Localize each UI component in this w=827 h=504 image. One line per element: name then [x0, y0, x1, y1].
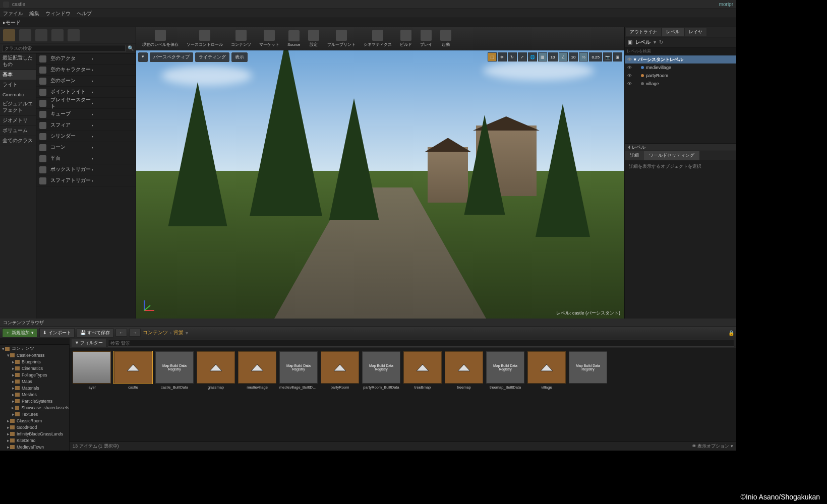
tree-folder-row[interactable]: ▸Blueprints — [0, 359, 69, 365]
toolbar-button[interactable]: ビルド — [397, 29, 415, 48]
tree-folder-row[interactable]: ▸Maps — [0, 379, 69, 385]
toolbar-button[interactable]: マーケット — [256, 29, 282, 48]
tab-details[interactable]: 詳細 — [625, 151, 644, 160]
tree-folder-row[interactable]: ▸Textures — [0, 411, 69, 418]
snap-grid-icon[interactable]: ▦ — [538, 52, 547, 61]
levels-search-input[interactable]: レベルを検索 — [625, 47, 736, 55]
tree-folder-row[interactable]: ▸InfinityBladeGrassLands — [0, 431, 69, 437]
actor-item[interactable]: スフィアトリガー› — [36, 175, 136, 186]
menu-window[interactable]: ウィンドウ — [45, 10, 71, 17]
tree-folder-row[interactable]: ▸ClassicRoom — [0, 418, 69, 424]
menu-edit[interactable]: 編集 — [29, 10, 39, 17]
nav-back-button[interactable]: ← — [115, 329, 127, 337]
viewport-show-button[interactable]: 表示 — [231, 52, 248, 62]
toolbar-button[interactable]: シネマティクス — [361, 29, 395, 48]
tree-folder-row[interactable]: ▾コンテンツ — [0, 346, 69, 352]
asset-search-input[interactable] — [108, 340, 734, 347]
asset-item[interactable]: medievillage — [238, 351, 276, 390]
filter-button[interactable]: ▼ フィルター — [72, 339, 106, 347]
eye-icon[interactable]: 👁 — [627, 81, 632, 86]
import-button[interactable]: ⬇ インポート — [39, 328, 75, 338]
category-item[interactable]: Cinematic — [0, 90, 36, 99]
mode-place-icon[interactable] — [3, 29, 15, 41]
transform-rotate-icon[interactable]: ↻ — [508, 52, 517, 61]
asset-item[interactable]: village — [527, 351, 566, 390]
asset-item[interactable]: Map Build Data Registrymedievillage_Buil… — [279, 351, 318, 390]
chevron-down-icon[interactable]: ▾ — [654, 39, 656, 45]
transform-move-icon[interactable]: ✥ — [498, 52, 507, 61]
eye-icon[interactable]: 👁 — [627, 65, 632, 70]
asset-item[interactable]: treeBmap — [403, 351, 442, 390]
actor-item[interactable]: スフィア› — [36, 120, 136, 131]
asset-item[interactable]: Map Build Data RegistrypartyRoom_BuiltDa… — [362, 351, 400, 390]
menu-help[interactable]: ヘルプ — [77, 10, 92, 17]
menu-file[interactable]: ファイル — [3, 10, 23, 17]
persistent-level-row[interactable]: 👁▾ パーシスタントレベル — [625, 55, 736, 64]
snap-scale-icon[interactable]: % — [579, 52, 588, 61]
tree-folder-row[interactable]: ▸Showcase_sharedassets — [0, 405, 69, 411]
toolbar-button[interactable]: ソースコントロール — [184, 29, 226, 48]
tree-folder-row[interactable]: ▸MedievalTown — [0, 444, 69, 451]
tree-folder-row[interactable]: ▸ParticleSystems — [0, 398, 69, 405]
sublevel-row[interactable]: 👁medievillage — [625, 64, 736, 72]
tab-layers[interactable]: レイヤ — [685, 28, 706, 36]
tree-folder-row[interactable]: ▸GoodFood — [0, 424, 69, 431]
viewport-perspective-button[interactable]: パースペクティブ — [150, 52, 193, 62]
asset-item[interactable]: partyRoom — [321, 351, 359, 390]
sublevel-row[interactable]: 👁partyRoom — [625, 72, 736, 80]
tree-folder-row[interactable]: ▸FoliageTypes — [0, 372, 69, 379]
category-item[interactable]: 基本 — [0, 70, 36, 80]
tab-world-settings[interactable]: ワールドセッティング — [644, 151, 699, 160]
actor-item[interactable]: キューブ› — [36, 109, 136, 120]
actor-item[interactable]: 空のポーン› — [36, 76, 136, 87]
actor-item[interactable]: 平面› — [36, 153, 136, 164]
category-item[interactable]: ライト — [0, 80, 36, 90]
snap-grid-value[interactable]: 10 — [548, 52, 558, 61]
asset-item[interactable]: Map Build Data Registrytreemap_BuiltData — [486, 351, 524, 390]
toolbar-button[interactable]: Source — [284, 29, 303, 48]
eye-icon[interactable]: 👁 — [627, 73, 632, 78]
coord-space-icon[interactable]: 🌐 — [528, 52, 537, 61]
category-item[interactable]: ビジュアルエフェクト — [0, 99, 36, 116]
viewport-maximize-icon[interactable]: ▣ — [613, 52, 622, 61]
tree-folder-row[interactable]: ▸KiteDemo — [0, 437, 69, 444]
folder-search-input[interactable] — [0, 338, 70, 345]
actor-item[interactable]: 空のキャラクター› — [36, 65, 136, 76]
category-item[interactable]: 最近配置したもの — [0, 53, 36, 70]
lock-icon[interactable]: 🔒 — [728, 330, 734, 336]
toolbar-button[interactable]: 現在のレベルを保存 — [139, 29, 182, 48]
category-item[interactable]: ジオメトリ — [0, 116, 36, 126]
tab-levels[interactable]: レベル — [662, 28, 684, 36]
category-item[interactable]: 全てのクラス — [0, 136, 36, 146]
camera-speed-icon[interactable]: 📷 — [603, 52, 612, 61]
asset-item[interactable]: treemap — [445, 351, 483, 390]
actor-item[interactable]: 空のアクタ› — [36, 53, 136, 65]
toolbar-button[interactable]: ブループリント — [324, 29, 359, 48]
tree-folder-row[interactable]: ▾CastleFortress — [0, 352, 69, 359]
actor-item[interactable]: コーン› — [36, 142, 136, 153]
eye-icon[interactable]: 👁 — [627, 57, 632, 62]
breadcrumb-current[interactable]: 背景 — [173, 329, 184, 336]
asset-item[interactable]: castle — [114, 351, 152, 390]
viewport[interactable]: ▾ パースペクティブ ライティング 表示 ⬚ ✥ ↻ ⤢ 🌐 ▦ 10 ∠ 10… — [136, 50, 624, 319]
asset-item[interactable]: Map Build Data Registrycastle_BuiltData — [155, 351, 194, 390]
mode-foliage-icon[interactable] — [51, 29, 64, 41]
refresh-icon[interactable]: ↻ — [659, 39, 663, 45]
mode-mesh-icon[interactable] — [68, 29, 80, 41]
snap-scale-value[interactable]: 0.25 — [589, 52, 602, 61]
tree-folder-row[interactable]: ▸Meshes — [0, 392, 69, 398]
content-browser-tab[interactable]: コンテンツブラウザ — [0, 319, 736, 327]
toolbar-button[interactable]: コンテンツ — [228, 29, 254, 48]
tab-outliner[interactable]: アウトライナ — [626, 28, 661, 36]
nav-fwd-button[interactable]: → — [129, 329, 141, 337]
actor-item[interactable]: ボックストリガー› — [36, 164, 136, 175]
transform-select-icon[interactable]: ⬚ — [488, 52, 497, 61]
viewport-menu-button[interactable]: ▾ — [138, 52, 148, 62]
asset-item[interactable]: layer — [73, 351, 111, 390]
toolbar-button[interactable]: 設定 — [305, 29, 322, 48]
toolbar-button[interactable]: 起動 — [437, 29, 454, 48]
place-search-input[interactable] — [2, 45, 126, 52]
transform-scale-icon[interactable]: ⤢ — [518, 52, 527, 61]
tree-folder-row[interactable]: ▸Cinematics — [0, 365, 69, 372]
category-item[interactable]: ボリューム — [0, 126, 36, 136]
